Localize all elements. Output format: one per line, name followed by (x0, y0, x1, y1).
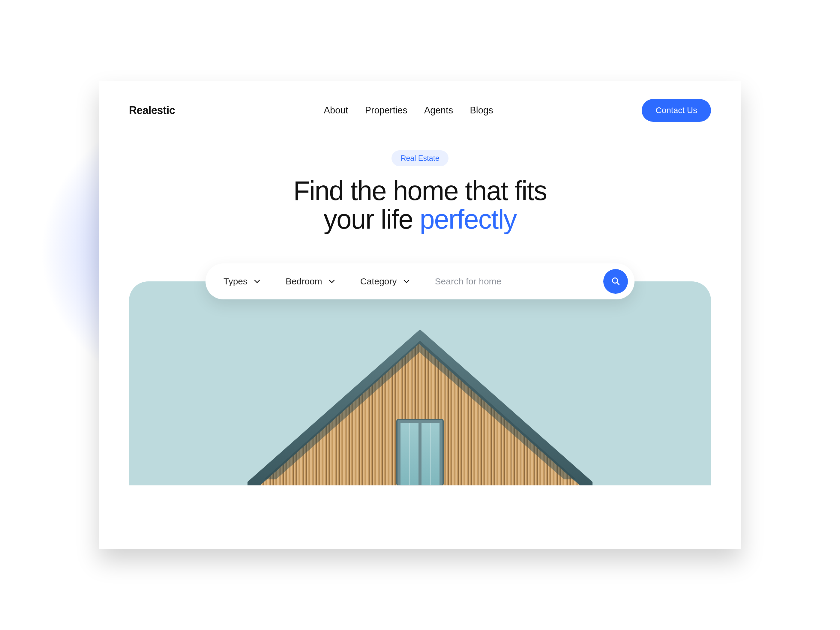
brand-logo: Realestic (129, 104, 175, 117)
nav-blogs[interactable]: Blogs (470, 105, 493, 116)
search-input[interactable] (435, 276, 578, 286)
nav-properties[interactable]: Properties (365, 105, 407, 116)
search-icon (611, 276, 621, 287)
hero-image (129, 281, 711, 485)
category-label: Category (360, 276, 397, 286)
category-pill: Real Estate (392, 150, 448, 166)
main-nav: About Properties Agents Blogs (324, 105, 493, 116)
header: Realestic About Properties Agents Blogs … (99, 81, 741, 122)
bedroom-dropdown[interactable]: Bedroom (286, 276, 335, 286)
landing-card: Realestic About Properties Agents Blogs … (99, 81, 741, 549)
types-dropdown[interactable]: Types (224, 276, 260, 286)
svg-line-13 (617, 282, 619, 284)
nav-agents[interactable]: Agents (424, 105, 453, 116)
bedroom-label: Bedroom (286, 276, 322, 286)
headline-accent: perfectly (420, 204, 516, 234)
chevron-down-icon (404, 279, 409, 283)
types-label: Types (224, 276, 248, 286)
contact-us-button[interactable]: Contact Us (642, 99, 711, 122)
chevron-down-icon (254, 279, 260, 283)
chevron-down-icon (329, 279, 335, 283)
hero-section: Real Estate Find the home that fits your… (99, 122, 741, 234)
nav-about[interactable]: About (324, 105, 348, 116)
search-bar: Types Bedroom Category (205, 264, 635, 299)
headline: Find the home that fits your life perfec… (99, 177, 741, 234)
house-illustration (248, 329, 592, 485)
category-dropdown[interactable]: Category (360, 276, 409, 286)
search-area: Types Bedroom Category (99, 264, 741, 299)
headline-line2a: your life (324, 204, 420, 234)
headline-line1: Find the home that fits (294, 176, 546, 206)
search-button[interactable] (603, 269, 628, 294)
